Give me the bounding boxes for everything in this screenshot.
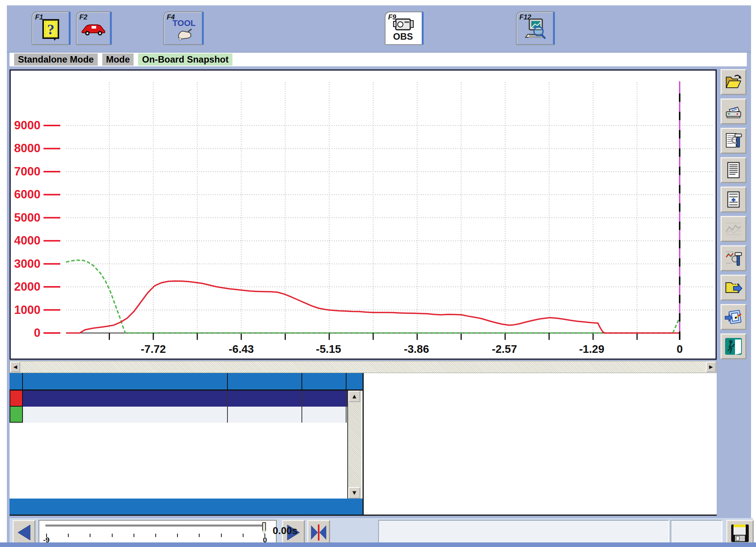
svg-text:-2.57: -2.57: [492, 343, 517, 355]
snapshot-camera-icon: OBS: [392, 17, 416, 42]
slider-tick: [221, 534, 222, 537]
report-setup-button[interactable]: [721, 128, 746, 154]
signal-color-swatch: [10, 407, 23, 423]
svg-text:OBS: OBS: [393, 31, 413, 42]
status-panel: [671, 520, 722, 545]
open-file-icon: [725, 74, 742, 90]
svg-text:-5.15: -5.15: [316, 343, 341, 355]
scroll-left-button[interactable]: ◀: [10, 362, 20, 372]
svg-text:-1.29: -1.29: [579, 343, 604, 355]
column-header-signal[interactable]: [23, 373, 228, 389]
fkey-f1-button[interactable]: F1?: [32, 11, 71, 45]
playback-time: 0.00s: [258, 525, 312, 537]
svg-text:TOOL: TOOL: [172, 18, 195, 28]
cell-units: [302, 391, 347, 407]
snapshot-graph[interactable]: 0100020003000400050006000700080009000-7.…: [10, 69, 717, 360]
message-panel: [378, 520, 669, 545]
svg-text:3000: 3000: [14, 257, 40, 270]
table-row-app-sensor[interactable]: [10, 407, 348, 423]
table-vertical-scrollbar[interactable]: ▲ ▼: [347, 391, 361, 499]
graph-view-button: [721, 216, 746, 242]
signal-table-footer: [10, 499, 363, 515]
vehicle-icon: [80, 22, 107, 37]
open-file-button[interactable]: [721, 69, 746, 95]
svg-text:1000: 1000: [14, 303, 40, 317]
exit-icon: [724, 337, 743, 356]
lower-panel: ▲ ▼: [10, 373, 717, 516]
svg-text:5000: 5000: [14, 211, 40, 224]
cell-signal: [23, 407, 228, 423]
expand-rows-button[interactable]: [721, 187, 746, 212]
table-scroll-up-button[interactable]: ▲: [348, 391, 360, 402]
application-window: F1?F2F4TOOLF9OBSF12 Standalone Mode Mode…: [7, 5, 751, 542]
mode-status-bar: Standalone Mode Mode On-Board Snapshot: [10, 53, 747, 66]
system-scan-icon: [522, 18, 548, 41]
slider-tick: [90, 534, 90, 537]
slider-tick: [134, 534, 134, 537]
slider-track[interactable]: [45, 524, 266, 526]
svg-text:2000: 2000: [14, 280, 40, 293]
fkey-f4-button[interactable]: F4TOOL: [163, 11, 204, 45]
signal-table-header: [10, 373, 363, 391]
svg-text:8000: 8000: [14, 142, 40, 155]
svg-text:4000: 4000: [14, 234, 40, 247]
cell-value: [228, 407, 302, 423]
slider-tick: [68, 534, 69, 537]
help-icon: ?: [40, 18, 61, 41]
slider-tick: [177, 534, 178, 537]
print-icon: [725, 103, 742, 119]
svg-text:6000: 6000: [14, 188, 40, 201]
slider-tick: [199, 534, 200, 537]
expand-rows-icon: [725, 191, 741, 208]
signal-table: ▲ ▼: [10, 373, 364, 515]
print-button[interactable]: [721, 98, 746, 124]
save-floppy-icon: [730, 523, 750, 543]
svg-text:-3.86: -3.86: [404, 343, 429, 355]
status-standalone-mode: Standalone Mode: [14, 53, 98, 66]
table-corner-cell: [10, 373, 23, 389]
export-folder-button[interactable]: [721, 275, 746, 301]
fkey-f2-button[interactable]: F2: [76, 11, 112, 45]
fkey-f12-button[interactable]: F12: [516, 11, 555, 45]
svg-text:9000: 9000: [14, 119, 40, 132]
slider-tick: [155, 534, 156, 537]
graph-view-icon: [725, 220, 742, 238]
text-view-icon: [725, 161, 741, 179]
cell-signal: [23, 391, 228, 407]
data-transfer-button[interactable]: [721, 304, 746, 330]
triangle-left-icon: [16, 524, 32, 541]
cell-units: [302, 407, 347, 423]
graph-setup-button[interactable]: [721, 245, 746, 271]
status-mode: Mode: [102, 53, 134, 66]
svg-text:7000: 7000: [14, 165, 40, 178]
function-key-toolbar: F1?F2F4TOOLF9OBSF12: [7, 7, 751, 53]
status-onboard-snapshot: On-Board Snapshot: [138, 53, 232, 66]
cell-value: [228, 391, 302, 407]
report-setup-icon: [725, 132, 742, 150]
scroll-right-button[interactable]: ▶: [706, 362, 716, 372]
svg-text:-7.72: -7.72: [141, 343, 166, 355]
svg-text:-6.43: -6.43: [229, 343, 254, 355]
svg-text:0: 0: [677, 343, 683, 355]
svg-text:?: ?: [47, 21, 54, 37]
column-header-value[interactable]: [228, 373, 302, 389]
export-folder-icon: [724, 280, 743, 296]
table-scroll-down-button[interactable]: ▼: [348, 487, 360, 499]
graph-setup-icon: [725, 249, 742, 267]
graph-horizontal-scrollbar[interactable]: ◀ ▶: [10, 361, 717, 373]
exit-button[interactable]: [721, 333, 746, 359]
tool-icon: TOOL: [171, 18, 195, 41]
signal-color-swatch: [10, 391, 23, 407]
trigger-marker-icon: [310, 524, 327, 541]
column-header-units[interactable]: [302, 373, 347, 389]
step-back-button[interactable]: [13, 520, 35, 545]
slider-tick: [243, 534, 243, 537]
data-transfer-icon: [724, 309, 743, 325]
text-view-button[interactable]: [721, 157, 746, 183]
table-row-engine-speed[interactable]: [10, 391, 348, 407]
slider-tick: [112, 534, 113, 537]
fkey-f9-button[interactable]: F9OBS: [385, 11, 424, 45]
snapshot-graph-svg: 0100020003000400050006000700080009000-7.…: [11, 71, 716, 359]
fkey-label: F2: [79, 13, 87, 21]
timeline-slider[interactable]: -9 0: [39, 520, 277, 545]
